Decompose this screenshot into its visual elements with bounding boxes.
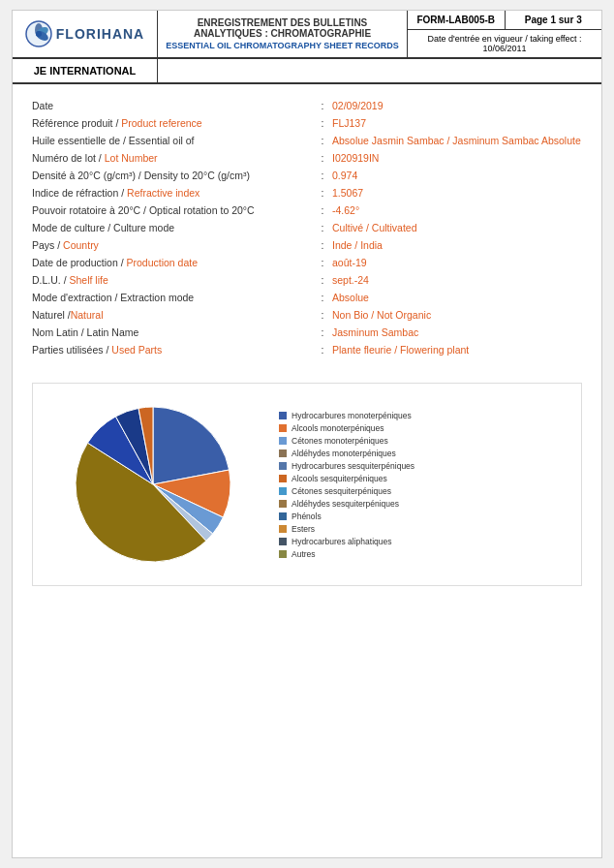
- info-value: Absolue: [332, 292, 582, 303]
- legend-label: Cétones monoterpéniques: [292, 436, 388, 446]
- header-form-ref-row: FORM-LAB005-B Page 1 sur 3: [408, 11, 601, 30]
- company-name: JE INTERNATIONAL: [13, 59, 158, 82]
- legend-label: Alcools sesquiterpéniques: [292, 474, 387, 483]
- info-colon: :: [313, 274, 332, 286]
- info-value: 0.974: [332, 170, 582, 181]
- legend-color-box: [279, 412, 287, 419]
- info-value: 1.5067: [332, 187, 582, 199]
- legend-item: Cétones sesquiterpéniques: [279, 486, 568, 496]
- info-value: Cultivé / Cultivated: [332, 222, 582, 233]
- info-row: Densité à 20°C (g/cm³) / Density to 20°C…: [32, 168, 582, 185]
- info-colon: :: [313, 292, 332, 303]
- info-label: Mode d'extraction / Extraction mode: [32, 292, 313, 303]
- legend-color-box: [279, 550, 287, 558]
- document-page: FLORIHANA ENREGISTREMENT DES BULLETINS A…: [12, 10, 602, 858]
- svg-point-4: [36, 31, 42, 37]
- chart-section: Hydrocarbures monoterpéniquesAlcools mon…: [32, 383, 582, 586]
- info-label: Huile essentielle de / Essential oil of: [32, 135, 313, 146]
- info-colon: :: [313, 326, 332, 338]
- info-colon: :: [313, 135, 332, 146]
- legend-label: Autres: [292, 549, 316, 559]
- legend-color-box: [279, 450, 287, 457]
- chart-legend: Hydrocarbures monoterpéniquesAlcools mon…: [279, 411, 568, 559]
- legend-label: Aldéhydes sesquiterpéniques: [292, 499, 399, 509]
- info-row: Huile essentielle de / Essential oil of:…: [32, 133, 582, 150]
- page-number: Page 1 sur 3: [506, 11, 602, 29]
- info-row: Parties utilisées / Used Parts:Plante fl…: [32, 342, 582, 359]
- logo-section: FLORIHANA: [13, 11, 158, 57]
- info-label: Nom Latin / Latin Name: [32, 326, 313, 338]
- legend-item: Hydrocarbures aliphatiques: [279, 537, 568, 546]
- info-value: 02/09/2019: [332, 100, 582, 111]
- legend-color-box: [279, 437, 287, 445]
- info-label: Numéro de lot / Lot Number: [32, 152, 313, 164]
- info-colon: :: [313, 344, 332, 356]
- info-label: Parties utilisées / Used Parts: [32, 344, 313, 356]
- info-row: D.L.U. / Shelf life:sept.-24: [32, 272, 582, 290]
- info-value: -4.62°: [332, 204, 582, 216]
- info-row: Nom Latin / Latin Name:Jasminum Sambac: [32, 325, 582, 342]
- info-colon: :: [313, 309, 332, 321]
- legend-label: Cétones sesquiterpéniques: [292, 486, 391, 496]
- legend-color-box: [279, 512, 287, 520]
- legend-item: Alcools monoterpéniques: [279, 423, 568, 433]
- legend-label: Hydrocarbures aliphatiques: [292, 537, 391, 546]
- form-ref: FORM-LAB005-B: [408, 11, 506, 29]
- legend-item: Cétones monoterpéniques: [279, 436, 568, 446]
- info-colon: :: [313, 257, 332, 268]
- info-row: Mode d'extraction / Extraction mode:Abso…: [32, 290, 582, 307]
- document-header: FLORIHANA ENREGISTREMENT DES BULLETINS A…: [13, 11, 601, 59]
- info-row: Date:02/09/2019: [32, 98, 582, 115]
- info-label: Référence produit / Product reference: [32, 117, 313, 129]
- info-label: Pays / Country: [32, 239, 313, 251]
- legend-label: Esters: [292, 524, 315, 534]
- subheader-spacer: [158, 59, 601, 82]
- legend-color-box: [279, 525, 287, 533]
- info-colon: :: [313, 170, 332, 181]
- info-label: Mode de culture / Culture mode: [32, 222, 313, 233]
- info-row: Date de production / Production date:aoû…: [32, 255, 582, 272]
- info-row: Indice de réfraction / Refractive index:…: [32, 185, 582, 202]
- info-label: Naturel /Natural: [32, 309, 313, 321]
- florihana-logo-icon: [25, 20, 52, 47]
- info-colon: :: [313, 152, 332, 164]
- info-row: Pays / Country:Inde / India: [32, 237, 582, 255]
- legend-color-box: [279, 538, 287, 545]
- info-row: Mode de culture / Culture mode:Cultivé /…: [32, 220, 582, 237]
- info-colon: :: [313, 100, 332, 111]
- legend-color-box: [279, 487, 287, 495]
- legend-label: Phénols: [292, 512, 322, 521]
- legend-color-box: [279, 500, 287, 508]
- document-subheader: JE INTERNATIONAL: [13, 59, 601, 84]
- pie-chart: [46, 397, 260, 572]
- info-colon: :: [313, 222, 332, 233]
- info-value: sept.-24: [332, 274, 582, 286]
- legend-item: Alcools sesquiterpéniques: [279, 474, 568, 483]
- info-row: Naturel /Natural:Non Bio / Not Organic: [32, 307, 582, 325]
- info-label: D.L.U. / Shelf life: [32, 274, 313, 286]
- legend-item: Autres: [279, 549, 568, 559]
- info-colon: :: [313, 117, 332, 129]
- legend-label: Aldéhydes monoterpéniques: [292, 449, 396, 458]
- legend-color-box: [279, 462, 287, 470]
- info-value: I020919IN: [332, 152, 582, 164]
- info-value: Absolue Jasmin Sambac / Jasminum Sambac …: [332, 135, 582, 146]
- info-row: Numéro de lot / Lot Number:I020919IN: [32, 150, 582, 168]
- document-content: Date:02/09/2019Référence produit / Produ…: [13, 84, 601, 369]
- header-title-sub: ESSENTIAL OIL CHROMATOGRAPHY SHEET RECOR…: [166, 41, 399, 50]
- info-label: Date de production / Production date: [32, 257, 313, 268]
- legend-item: Esters: [279, 524, 568, 534]
- info-value: Jasminum Sambac: [332, 326, 582, 338]
- info-rows: Date:02/09/2019Référence produit / Produ…: [32, 98, 582, 359]
- legend-item: Hydrocarbures sesquiterpéniques: [279, 461, 568, 471]
- legend-item: Aldéhydes monoterpéniques: [279, 449, 568, 458]
- info-label: Indice de réfraction / Refractive index: [32, 187, 313, 199]
- legend-color-box: [279, 475, 287, 482]
- legend-label: Alcools monoterpéniques: [292, 423, 384, 433]
- info-row: Référence produit / Product reference:FL…: [32, 115, 582, 133]
- info-colon: :: [313, 204, 332, 216]
- legend-item: Aldéhydes sesquiterpéniques: [279, 499, 568, 509]
- info-colon: :: [313, 239, 332, 251]
- info-label: Pouvoir rotatoire à 20°C / Optical rotat…: [32, 204, 313, 216]
- legend-label: Hydrocarbures sesquiterpéniques: [292, 461, 414, 471]
